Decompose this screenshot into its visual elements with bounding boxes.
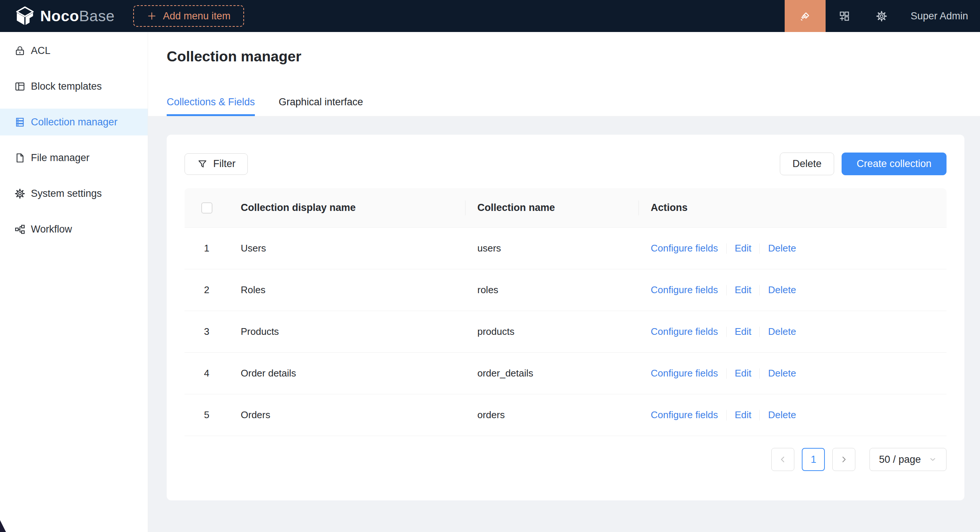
create-collection-button[interactable]: Create collection [842,152,947,175]
page-size-select[interactable]: 50 / page [870,448,947,471]
chevron-down-icon [928,455,937,464]
lock-icon [14,45,25,57]
sidebar-item-label: File manager [31,152,90,164]
next-page-button[interactable] [832,448,855,471]
edit-link[interactable]: Edit [735,409,752,421]
delete-link[interactable]: Delete [768,409,796,421]
delete-link[interactable]: Delete [768,284,796,296]
brand-bold: Noco [40,8,79,25]
cell-actions: Configure fields Edit Delete [639,394,947,436]
row-index: 1 [185,228,229,269]
partition-icon [14,224,25,235]
action-divider [759,327,760,337]
filter-button[interactable]: Filter [185,153,248,175]
edit-link[interactable]: Edit [735,284,752,296]
cell-collection-name: products [465,311,639,352]
delete-button[interactable]: Delete [780,152,834,175]
user-menu[interactable]: Super Admin [910,10,968,22]
sidebar-item-block-templates[interactable]: Block templates [0,73,148,100]
action-divider [759,285,760,295]
cube-logo-icon [15,6,35,26]
gear-icon [14,188,25,199]
action-divider [759,410,760,421]
plugins-button[interactable] [826,0,863,32]
table-row[interactable]: 2 Roles roles Configure fields Edit Dele… [185,269,947,311]
sidebar-item-label: System settings [31,188,102,199]
table-row[interactable]: 1 Users users Configure fields Edit Dele… [185,228,947,269]
database-icon [14,116,25,128]
sidebar-item-system-settings[interactable]: System settings [0,180,148,207]
collections-card: Filter Delete Create collection Collecti… [167,135,964,500]
add-menu-item-button[interactable]: Add menu item [133,5,244,27]
tab-collections-fields[interactable]: Collections & Fields [167,96,255,116]
table-row[interactable]: 5 Orders orders Configure fields Edit De… [185,394,947,436]
action-divider [726,327,727,337]
sidebar-item-label: Block templates [31,81,102,92]
sidebar-item-label: Collection manager [31,116,118,128]
configure-fields-link[interactable]: Configure fields [651,284,718,296]
delete-link[interactable]: Delete [768,368,796,379]
configure-fields-link[interactable]: Configure fields [651,409,718,421]
table-row[interactable]: 4 Order details order_details Configure … [185,353,947,394]
page-header: Collection manager Collections & Fields … [148,32,980,116]
page-title: Collection manager [167,32,980,65]
settings-button[interactable] [863,0,900,32]
plus-icon [146,11,157,21]
cell-display-name: Roles [229,269,465,311]
action-divider [726,243,727,254]
edit-link[interactable]: Edit [735,243,752,254]
sidebar-item-workflow[interactable]: Workflow [0,216,148,243]
sidebar-item-file-manager[interactable]: File manager [0,145,148,171]
cell-actions: Configure fields Edit Delete [639,311,947,352]
brand-light: Base [79,8,115,25]
row-index: 3 [185,311,229,352]
cell-display-name: Orders [229,394,465,436]
cell-display-name: Users [229,228,465,269]
edit-link[interactable]: Edit [735,368,752,379]
select-all-checkbox[interactable] [201,202,212,214]
sidebar-item-acl[interactable]: ACL [0,37,148,64]
table-header: Collection display name Collection name … [185,188,947,228]
delete-link[interactable]: Delete [768,326,796,337]
filter-label: Filter [213,158,235,170]
column-header-actions: Actions [639,188,947,227]
pagination: 1 50 / page [185,448,947,471]
row-index: 5 [185,394,229,436]
ui-editor-button[interactable] [785,0,826,32]
cell-collection-name: users [465,228,639,269]
nocobase-logo: NocoBase [15,6,115,26]
tab-bar: Collections & Fields Graphical interface [167,96,363,116]
layout-icon [14,81,25,92]
file-icon [14,152,25,164]
action-divider [759,368,760,379]
configure-fields-link[interactable]: Configure fields [651,243,718,254]
cell-collection-name: orders [465,394,639,436]
top-navbar: NocoBase Add menu item Super Admin [0,0,980,32]
configure-fields-link[interactable]: Configure fields [651,368,718,379]
chevron-left-icon [778,455,788,464]
main-area: Collection manager Collections & Fields … [148,32,980,532]
page-number-1[interactable]: 1 [802,448,825,471]
add-menu-item-label: Add menu item [163,10,231,22]
configure-fields-link[interactable]: Configure fields [651,326,718,337]
tab-graphical-interface[interactable]: Graphical interface [279,96,363,116]
previous-page-button[interactable] [771,448,794,471]
sidebar-item-label: Workflow [31,224,72,235]
appstore-add-icon [838,10,851,22]
action-divider [759,243,760,254]
cell-actions: Configure fields Edit Delete [639,353,947,394]
card-toolbar: Filter Delete Create collection [185,152,947,175]
cell-collection-name: order_details [465,353,639,394]
sidebar-item-label: ACL [31,45,51,57]
column-header-name: Collection name [465,188,639,227]
header-checkbox-cell [185,188,229,227]
row-index: 2 [185,269,229,311]
action-divider [726,410,727,421]
brand-text: NocoBase [40,8,115,25]
page-size-value: 50 / page [879,454,921,465]
table-row[interactable]: 3 Products products Configure fields Edi… [185,311,947,353]
action-divider [726,368,727,379]
sidebar-item-collection-manager[interactable]: Collection manager [0,109,148,135]
edit-link[interactable]: Edit [735,326,752,337]
delete-link[interactable]: Delete [768,243,796,254]
